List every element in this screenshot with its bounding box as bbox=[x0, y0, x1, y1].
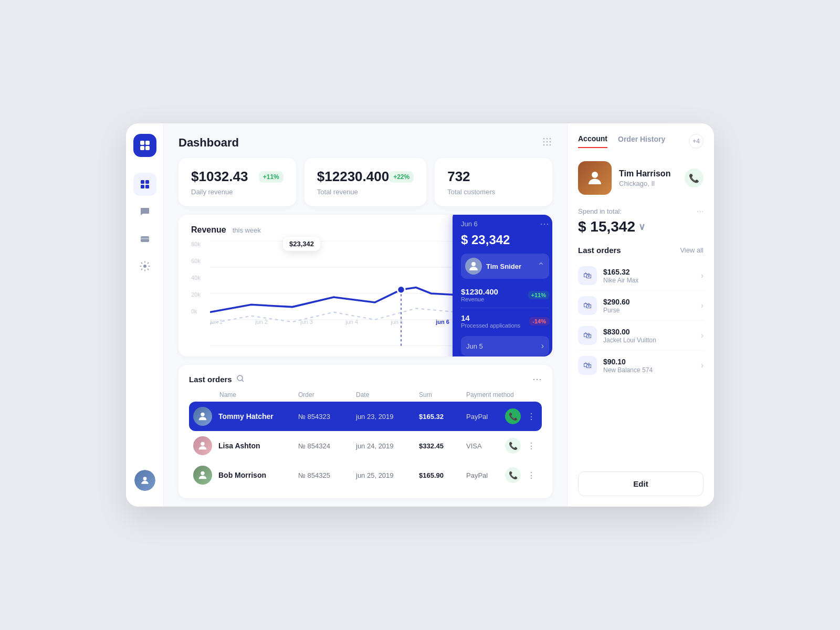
order-chevron-icon-0: › bbox=[701, 271, 704, 280]
order-actions-tommy: 📞 ⋮ bbox=[505, 408, 538, 424]
svg-rect-2 bbox=[140, 146, 144, 150]
svg-point-34 bbox=[592, 172, 598, 178]
spend-more-icon[interactable]: ⋯ bbox=[697, 207, 704, 215]
order-product-0: Nike Air Max bbox=[603, 277, 695, 284]
order-info-2: $830.00 Jacket Loui Vuitton bbox=[603, 328, 695, 344]
popup-user-name: Tim Snider bbox=[486, 262, 533, 270]
svg-rect-7 bbox=[145, 185, 149, 188]
popup-nav-text: Jun 5 bbox=[466, 342, 483, 350]
more-menu-lisa[interactable]: ⋮ bbox=[525, 440, 538, 452]
order-icon-bag: 🛍 bbox=[578, 266, 597, 285]
main-content: Dashboard $1032.43 +11% Daily revenue bbox=[164, 123, 567, 507]
svg-point-10 bbox=[143, 265, 146, 268]
popup-stat-revenue: $1230.400 Revenue +11% bbox=[461, 284, 549, 306]
col-header-order: Order bbox=[298, 391, 356, 398]
sidebar-item-settings[interactable] bbox=[133, 255, 156, 278]
last-orders-section: Last orders View all 🛍 $165.32 Nike Air … bbox=[578, 246, 704, 465]
svg-rect-3 bbox=[145, 146, 150, 150]
table-row[interactable]: Lisa Ashton № 854324 jun 24, 2019 $332.4… bbox=[189, 431, 542, 460]
last-order-item[interactable]: 🛍 $165.32 Nike Air Max › bbox=[578, 261, 704, 291]
svg-point-14 bbox=[550, 138, 551, 140]
popup-revenue-val: $1230.400 bbox=[461, 287, 498, 296]
orders-title: Last orders bbox=[189, 374, 245, 384]
phone-button-bob[interactable]: 📞 bbox=[505, 467, 521, 483]
order-avatar-lisa bbox=[193, 436, 212, 455]
sidebar-nav bbox=[133, 173, 156, 470]
y-label-40k: 40k bbox=[191, 275, 201, 281]
svg-point-16 bbox=[547, 141, 548, 143]
customers-value: 732 bbox=[447, 169, 470, 185]
sidebar-avatar[interactable] bbox=[134, 470, 155, 491]
order-product-3: New Balance 574 bbox=[603, 366, 695, 374]
sidebar-item-chat[interactable] bbox=[133, 200, 156, 223]
tab-more-button[interactable]: +4 bbox=[689, 134, 704, 149]
popup-processed-val: 14 bbox=[461, 313, 520, 322]
popup-processed-badge: -14% bbox=[529, 317, 549, 326]
sidebar-logo[interactable] bbox=[133, 134, 156, 157]
popup-processed-label: Processed applications bbox=[461, 322, 520, 329]
stat-card-customers: 732 Total customers bbox=[435, 158, 552, 206]
svg-point-13 bbox=[547, 138, 548, 140]
svg-rect-6 bbox=[141, 185, 144, 188]
order-avatar-bob bbox=[193, 466, 212, 485]
order-date-tommy: jun 23, 2019 bbox=[356, 413, 419, 421]
customer-avatar bbox=[578, 161, 612, 195]
app-container: Dashboard $1032.43 +11% Daily revenue bbox=[126, 123, 714, 507]
more-menu-bob[interactable]: ⋮ bbox=[525, 469, 538, 481]
x-label-jun6: jun 6 bbox=[436, 319, 449, 325]
popup-user-chevron-icon[interactable]: ⌃ bbox=[537, 260, 545, 272]
orders-cols: Name Order Date Sum Payment method bbox=[189, 391, 542, 398]
more-menu-tommy[interactable]: ⋮ bbox=[525, 411, 538, 423]
last-order-item[interactable]: 🛍 $830.00 Jacket Loui Vuitton › bbox=[578, 321, 704, 351]
order-info-0: $165.32 Nike Air Max bbox=[603, 268, 695, 284]
grid-menu-icon[interactable] bbox=[542, 136, 552, 149]
svg-point-15 bbox=[543, 141, 545, 143]
order-amount-0: $165.32 bbox=[603, 268, 695, 276]
stat-top-customers: 732 bbox=[447, 169, 540, 185]
sidebar-item-grid[interactable] bbox=[133, 173, 156, 196]
daily-revenue-label: Daily revenue bbox=[191, 188, 284, 196]
order-amount-2: $830.00 bbox=[603, 328, 695, 336]
col-header-sum: Sum bbox=[419, 391, 466, 398]
orders-more-icon[interactable]: ⋯ bbox=[532, 373, 542, 385]
spend-section: Spend in total: ⋯ $ 15,342 ∨ bbox=[578, 207, 704, 235]
phone-button-tommy[interactable]: 📞 bbox=[505, 408, 521, 424]
col-header-payment: Payment method bbox=[466, 391, 538, 398]
daily-revenue-badge: +11% bbox=[259, 171, 284, 183]
col-header-date: Date bbox=[356, 391, 419, 398]
popup-more-icon[interactable]: ⋯ bbox=[540, 218, 549, 229]
x-label-jun2: jun 2 bbox=[255, 319, 268, 325]
popup-divider bbox=[461, 308, 549, 308]
popup-nav[interactable]: Jun 5 › bbox=[461, 336, 549, 356]
phone-button-lisa[interactable]: 📞 bbox=[505, 438, 521, 454]
svg-rect-4 bbox=[141, 180, 144, 184]
last-order-item[interactable]: 🛍 $90.10 New Balance 574 › bbox=[578, 351, 704, 380]
order-payment-tommy: PayPal bbox=[466, 413, 505, 421]
order-actions-bob: 📞 ⋮ bbox=[505, 467, 538, 483]
popup-revenue-info: $1230.400 Revenue bbox=[461, 287, 498, 302]
chart-y-axis: 80k 60k 40k 20k 0k bbox=[191, 241, 201, 314]
svg-point-18 bbox=[543, 144, 545, 146]
popup-revenue-badge: +11% bbox=[528, 291, 549, 299]
tab-order-history[interactable]: Order History bbox=[618, 135, 665, 148]
popup-card: Jun 6 ⋯ $ 23,342 Tim Snider ⌃ bbox=[453, 215, 552, 356]
order-name-bob: Bob Morrison bbox=[218, 471, 298, 479]
svg-point-20 bbox=[550, 144, 551, 146]
stats-row: $1032.43 +11% Daily revenue $12230.400 +… bbox=[164, 158, 567, 215]
table-row[interactable]: Tommy Hatcher № 854323 jun 23, 2019 $165… bbox=[189, 402, 542, 431]
orders-search-icon[interactable] bbox=[236, 374, 245, 384]
edit-button[interactable]: Edit bbox=[578, 471, 704, 496]
table-row[interactable]: Bob Morrison № 854325 jun 25, 2019 $165.… bbox=[189, 460, 542, 490]
sidebar-item-card[interactable] bbox=[133, 227, 156, 250]
customer-phone-button[interactable]: 📞 bbox=[685, 169, 704, 187]
svg-rect-1 bbox=[145, 141, 150, 145]
order-date-lisa: jun 24, 2019 bbox=[356, 442, 419, 450]
stat-card-total: $12230.400 +22% Total revenue bbox=[304, 158, 426, 206]
spend-chevron-icon[interactable]: ∨ bbox=[638, 221, 645, 233]
view-all-button[interactable]: View all bbox=[680, 246, 704, 254]
tab-account[interactable]: Account bbox=[578, 134, 607, 148]
daily-revenue-value: $1032.43 bbox=[191, 169, 248, 185]
last-orders-title: Last orders bbox=[578, 246, 621, 255]
last-order-item[interactable]: 🛍 $290.60 Purse › bbox=[578, 291, 704, 321]
chart-tooltip: $23,342 bbox=[283, 237, 320, 251]
